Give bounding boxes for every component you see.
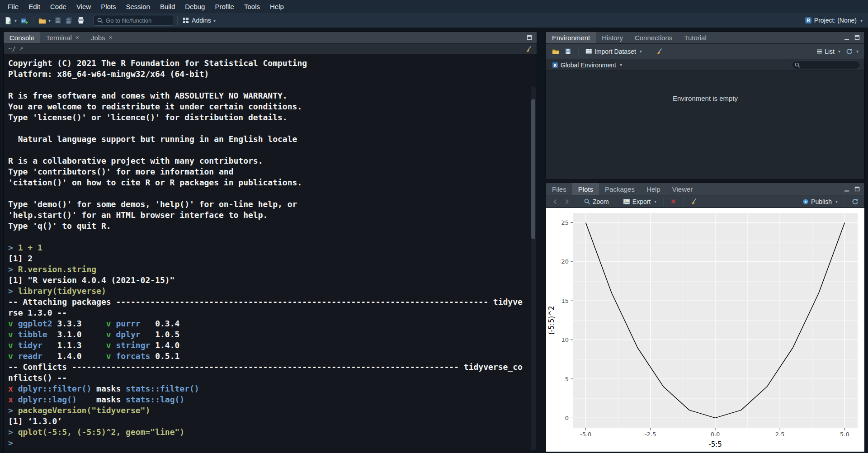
search-icon [97, 18, 103, 24]
minimize-pane-icon[interactable] [844, 186, 850, 192]
goto-file-input[interactable] [106, 17, 170, 24]
plots-toolbar: Zoom Export ▾ Publish ▾ [546, 195, 864, 208]
new-project-icon: R [20, 17, 28, 24]
menu-item-tools[interactable]: Tools [239, 0, 265, 13]
svg-text:20: 20 [561, 258, 569, 265]
tab-history[interactable]: History [596, 32, 629, 43]
console-line: > qplot(-5:5, (-5:5)^2, geom="line") [8, 427, 525, 438]
publish-icon [802, 198, 809, 205]
tab-close-icon[interactable]: × [109, 34, 113, 41]
save-workspace-button[interactable] [563, 48, 573, 55]
tab-environment[interactable]: Environment [546, 32, 596, 43]
working-directory[interactable]: ~/ [8, 45, 16, 52]
refresh-plot-button[interactable] [850, 198, 860, 205]
toolbar-separator [683, 197, 684, 206]
refresh-environment-button[interactable]: ▾ [844, 48, 860, 55]
goto-directory-icon[interactable]: ↗ [19, 46, 24, 52]
addins-button[interactable]: Addins ▾ [183, 17, 216, 24]
menu-item-code[interactable]: Code [45, 0, 71, 13]
tab-plots[interactable]: Plots [572, 183, 599, 195]
save-button[interactable] [54, 17, 61, 24]
addins-grid-icon [183, 17, 189, 24]
menu-item-edit[interactable]: Edit [24, 0, 45, 13]
tab-help[interactable]: Help [641, 183, 666, 195]
tab-terminal[interactable]: Terminal× [40, 32, 85, 43]
console-line: v ggplot2 3.3.3 v purrr 0.3.4 [8, 318, 525, 329]
caret-down-icon: ▾ [14, 18, 17, 23]
new-file-button[interactable]: ▾ [5, 17, 17, 24]
project-menu[interactable]: R Project: (None) ▾ [805, 17, 863, 24]
minimize-pane-icon[interactable] [844, 34, 850, 41]
print-icon [77, 17, 85, 24]
tab-label: Viewer [672, 185, 693, 193]
console-line: > packageVersion("tidyverse") [8, 405, 525, 416]
goto-file-box[interactable] [94, 15, 174, 26]
maximize-pane-icon[interactable] [854, 186, 860, 192]
print-button[interactable] [77, 17, 85, 24]
menu-item-debug[interactable]: Debug [180, 0, 210, 13]
environment-tabbar-right [844, 32, 864, 43]
tab-connections[interactable]: Connections [629, 32, 678, 43]
plots-pane: FilesPlotsPackagesHelpViewer Zoom Export [546, 183, 865, 452]
console-line: Type 'license()' or 'licence()' for dist… [8, 112, 525, 123]
zoom-label: Zoom [593, 198, 609, 205]
publish-button[interactable]: Publish ▾ [801, 198, 840, 205]
clear-plots-button[interactable] [689, 198, 699, 205]
tab-viewer[interactable]: Viewer [666, 183, 699, 195]
menu-item-file[interactable]: File [3, 0, 24, 13]
menu-item-session[interactable]: Session [121, 0, 155, 13]
environment-search-box[interactable] [792, 61, 860, 69]
console-line [8, 80, 525, 90]
caret-down-icon: ▾ [48, 18, 51, 23]
tab-close-icon[interactable]: × [75, 34, 79, 41]
console-output[interactable]: Copyright (C) 2021 The R Foundation for … [4, 54, 537, 452]
tab-tutorial[interactable]: Tutorial [678, 32, 712, 43]
console-line: Type 'contributors()' for more informati… [8, 166, 525, 177]
menu-item-build[interactable]: Build [155, 0, 180, 13]
rstudio-window: FileEditCodeViewPlotsSessionBuildDebugPr… [0, 0, 868, 453]
svg-text:-5.0: -5.0 [580, 431, 591, 438]
environment-toolbar: Import Dataset ▾ List ▾ ▾ [546, 44, 864, 59]
save-all-button[interactable] [65, 17, 73, 24]
open-file-button[interactable]: ▾ [38, 17, 51, 24]
export-label: Export [632, 198, 651, 205]
list-view-button[interactable]: List ▾ [815, 48, 842, 55]
menu-item-help[interactable]: Help [265, 0, 289, 13]
remove-plot-button[interactable] [669, 198, 678, 204]
scrollbar-thumb[interactable] [531, 99, 535, 239]
toolbar-separator [649, 47, 649, 56]
forward-button[interactable] [562, 198, 572, 205]
plots-toolbar-right: Publish ▾ [801, 197, 860, 206]
environment-tabbar: EnvironmentHistoryConnectionsTutorial [546, 32, 864, 44]
maximize-pane-icon[interactable] [854, 34, 860, 41]
tab-jobs[interactable]: Jobs× [85, 32, 118, 43]
tab-files[interactable]: Files [546, 183, 572, 195]
broom-icon [690, 198, 697, 205]
tab-label: Help [646, 185, 660, 193]
console-tabbar: ConsoleTerminal×Jobs× [4, 32, 537, 44]
back-button[interactable] [550, 198, 560, 205]
tab-label: Connections [635, 34, 672, 42]
console-tabbar-right [526, 32, 537, 43]
maximize-pane-icon[interactable] [526, 34, 533, 41]
environment-search-input[interactable] [802, 62, 857, 68]
clear-console-icon[interactable] [525, 46, 532, 52]
console-line: [1] 2 [8, 253, 525, 264]
import-dataset-label: Import Dataset [594, 48, 636, 55]
menu-item-view[interactable]: View [71, 0, 96, 13]
menu-item-plots[interactable]: Plots [96, 0, 121, 13]
import-dataset-button[interactable]: Import Dataset ▾ [584, 48, 644, 55]
zoom-icon [584, 198, 590, 205]
clear-environment-button[interactable] [654, 48, 665, 55]
tab-packages[interactable]: Packages [599, 183, 641, 195]
new-project-button[interactable]: R [20, 17, 28, 24]
export-button[interactable]: Export ▾ [621, 198, 659, 205]
svg-text:25: 25 [561, 219, 569, 226]
menu-item-profile[interactable]: Profile [210, 0, 239, 13]
global-environment-dropdown[interactable]: R Global Environment ▾ [550, 61, 624, 69]
tab-label: Terminal [46, 34, 72, 42]
zoom-button[interactable]: Zoom [582, 198, 611, 205]
load-workspace-button[interactable] [550, 48, 561, 55]
tab-console[interactable]: Console [4, 32, 40, 43]
list-view-label: List [825, 48, 835, 55]
